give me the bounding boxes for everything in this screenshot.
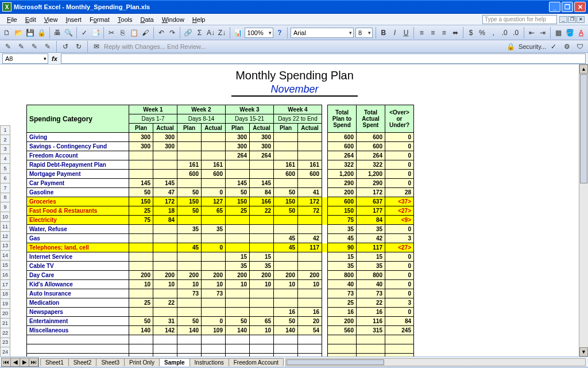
- table-row[interactable]: Day Care2002002002002002002002008008000: [27, 271, 414, 280]
- cell-category[interactable]: Fast Food & Restaurants: [27, 206, 129, 216]
- cell-plan[interactable]: 50: [129, 317, 153, 326]
- cell-actual[interactable]: 10: [153, 280, 177, 289]
- cell-total-actual[interactable]: [357, 344, 385, 354]
- sheet-tab[interactable]: Sheet2: [68, 358, 97, 366]
- row-header[interactable]: 20: [0, 309, 10, 319]
- cell-plan[interactable]: [129, 344, 153, 354]
- sheet-tab[interactable]: Freedom Account: [229, 358, 284, 366]
- vertical-scrollbar[interactable]: ▲ ▼: [579, 64, 588, 356]
- cell-actual[interactable]: [153, 151, 177, 160]
- cell-category[interactable]: Gasoline: [27, 188, 129, 197]
- cell-category[interactable]: Newspapers: [27, 308, 129, 317]
- cell-total-actual[interactable]: 42: [357, 234, 385, 243]
- currency-icon[interactable]: $: [466, 27, 476, 39]
- scroll-up-icon[interactable]: ▲: [579, 64, 588, 74]
- row-header[interactable]: 5: [0, 164, 10, 174]
- borders-icon[interactable]: ▦: [554, 27, 563, 39]
- row-header[interactable]: 12: [0, 232, 10, 241]
- send-mail-icon[interactable]: ✉: [91, 41, 102, 52]
- spellcheck-icon[interactable]: ✓: [80, 27, 90, 39]
- cell-plan[interactable]: 300: [129, 133, 153, 142]
- cell-actual[interactable]: [153, 289, 177, 298]
- cell-plan[interactable]: [129, 170, 153, 179]
- cell-total-actual[interactable]: 315: [357, 326, 385, 335]
- cell-actual[interactable]: 161: [298, 160, 322, 170]
- cell-plan[interactable]: 16: [274, 308, 298, 317]
- cell-actual[interactable]: 117: [298, 243, 322, 252]
- cell-actual[interactable]: 600: [298, 170, 322, 179]
- cell-actual[interactable]: [250, 308, 274, 317]
- cell-plan[interactable]: 150: [274, 197, 298, 206]
- cell-actual[interactable]: 145: [250, 179, 274, 188]
- table-row[interactable]: Internet Service151515150: [27, 252, 414, 262]
- cell-plan[interactable]: [274, 179, 298, 188]
- cell-over-under[interactable]: 245: [385, 326, 414, 335]
- cell-over-under[interactable]: 3: [385, 298, 414, 308]
- cell-plan[interactable]: 50: [274, 317, 298, 326]
- cell-actual[interactable]: 16: [298, 308, 322, 317]
- cell-actual[interactable]: 84: [250, 188, 274, 197]
- cell-plan[interactable]: [226, 216, 250, 225]
- chart-icon[interactable]: 📊: [233, 27, 243, 39]
- cell-plan[interactable]: 145: [226, 179, 250, 188]
- cell-plan[interactable]: [226, 234, 250, 243]
- cell-category[interactable]: Day Care: [27, 271, 129, 280]
- cell-over-under[interactable]: <27>: [385, 206, 414, 216]
- cell-actual[interactable]: [202, 142, 226, 151]
- cell-over-under[interactable]: [385, 335, 414, 344]
- hyperlink-icon[interactable]: 🔗: [183, 27, 193, 39]
- cell-category[interactable]: [27, 354, 129, 357]
- cell-actual[interactable]: [298, 133, 322, 142]
- cell-total-actual[interactable]: 35: [357, 225, 385, 234]
- cell-actual[interactable]: [298, 252, 322, 262]
- cell-actual[interactable]: 0: [202, 317, 226, 326]
- cell-actual[interactable]: 145: [153, 179, 177, 188]
- cell-over-under[interactable]: 0: [385, 133, 414, 142]
- menu-data[interactable]: Data: [137, 15, 157, 24]
- format-painter-icon[interactable]: 🖌: [141, 27, 150, 39]
- cell-actual[interactable]: [298, 216, 322, 225]
- row-header[interactable]: 23: [0, 338, 10, 348]
- cell-plan[interactable]: [274, 225, 298, 234]
- cell-actual[interactable]: 0: [202, 188, 226, 197]
- cell-total-actual[interactable]: 290: [357, 179, 385, 188]
- table-row[interactable]: Miscellaneous140142140109140101405456031…: [27, 326, 414, 335]
- cell-category[interactable]: Miscellaneous: [27, 326, 129, 335]
- cell-actual[interactable]: 65: [250, 317, 274, 326]
- help-icon[interactable]: ?: [275, 27, 285, 39]
- row-header[interactable]: 17: [0, 280, 10, 290]
- merge-center-icon[interactable]: ⬌: [451, 27, 461, 39]
- cell-plan[interactable]: [177, 234, 202, 243]
- cell-plan[interactable]: [226, 289, 250, 298]
- table-row[interactable]: Giving3003003003006006000: [27, 133, 414, 142]
- security-icon[interactable]: 🔒: [505, 41, 517, 52]
- cell-plan[interactable]: [274, 344, 298, 354]
- cell-actual[interactable]: 172: [153, 197, 177, 206]
- cell-plan[interactable]: [226, 308, 250, 317]
- doc-close-button[interactable]: ✕: [577, 16, 585, 23]
- cell-plan[interactable]: [226, 298, 250, 308]
- security-icon3[interactable]: ⚙: [561, 41, 572, 52]
- fx-icon[interactable]: fx: [48, 55, 61, 62]
- cell-category[interactable]: Giving: [27, 133, 129, 142]
- name-box[interactable]: A8: [2, 53, 48, 64]
- cell-over-under[interactable]: 0: [385, 170, 414, 179]
- cell-actual[interactable]: [250, 216, 274, 225]
- cell-total-plan[interactable]: 1,200: [328, 170, 357, 179]
- cell-total-plan[interactable]: 73: [328, 289, 357, 298]
- cell-actual[interactable]: [202, 252, 226, 262]
- sheet-tab[interactable]: Instructions: [189, 358, 229, 366]
- review-icon4[interactable]: ✎: [42, 41, 53, 52]
- menu-view[interactable]: View: [41, 15, 61, 24]
- cell-total-actual[interactable]: 177: [357, 206, 385, 216]
- cell-over-under[interactable]: 0: [385, 262, 414, 271]
- cell-plan[interactable]: 35: [226, 262, 250, 271]
- cell-total-actual[interactable]: 22: [357, 298, 385, 308]
- cell-category[interactable]: Savings - Contingency Fund: [27, 142, 129, 151]
- cell-actual[interactable]: [250, 243, 274, 252]
- tab-first-icon[interactable]: ⏮: [2, 358, 11, 366]
- cell-plan[interactable]: [129, 262, 153, 271]
- cell-category[interactable]: Auto Insurance: [27, 289, 129, 298]
- cell-actual[interactable]: [250, 344, 274, 354]
- cell-plan[interactable]: 73: [177, 289, 202, 298]
